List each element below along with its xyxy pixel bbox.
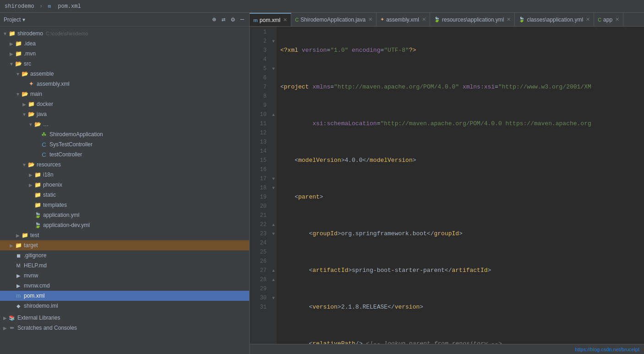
- fold-23[interactable]: ▼: [270, 229, 277, 238]
- tree-item-src[interactable]: ▼ 📂 src: [0, 59, 249, 69]
- tree-item-iml[interactable]: ◆ shirodemo.iml: [0, 301, 249, 311]
- tree-item-static[interactable]: 📁 static: [0, 190, 249, 200]
- line-num-19: 19: [251, 193, 267, 202]
- label-templates: templates: [43, 202, 67, 208]
- tree-item-help-md[interactable]: M HELP.md: [0, 260, 249, 271]
- line-numbers: 1 2 3 4 5 6 7 8 9 10 11 12 13 14 15 16 1…: [250, 27, 270, 344]
- tree-item-main[interactable]: ▼ 📂 main: [0, 89, 249, 99]
- fold-5[interactable]: ▼: [270, 64, 277, 73]
- fold-18[interactable]: ▼: [270, 183, 277, 193]
- arrow-main: ▼: [15, 92, 21, 97]
- fold-30[interactable]: ▼: [270, 293, 277, 303]
- fold-10[interactable]: ▲: [270, 110, 277, 119]
- fold-27[interactable]: ▲: [270, 266, 277, 275]
- fold-22[interactable]: ▲: [270, 220, 277, 229]
- path-shirodemo: C:\code\shirodemo: [46, 31, 88, 36]
- tree-item-docker[interactable]: ▶ 📁 docker: [0, 99, 249, 109]
- fold-28[interactable]: ▲: [270, 275, 277, 284]
- code-area[interactable]: <?xml version="1.0" encoding="UTF-8"?> <…: [277, 27, 644, 344]
- locate-file-btn[interactable]: ⊕: [211, 15, 217, 24]
- tree-item-ext-libs[interactable]: ▶ 📚 External Libraries: [0, 313, 249, 323]
- tab-close-pom[interactable]: ✕: [283, 17, 287, 23]
- line-num-22: 22: [251, 220, 267, 229]
- tree-item-scratches[interactable]: ▶ ✏ Scratches and Consoles: [0, 323, 249, 333]
- fold-11: [270, 119, 277, 128]
- icon-src: 📂: [15, 61, 22, 67]
- fold-19: [270, 193, 277, 202]
- fold-3: [270, 46, 277, 55]
- tree-item-com-pkg[interactable]: ▼ 📂 …: [0, 119, 249, 129]
- tree-item-idea[interactable]: ▶ 📁 .idea: [0, 39, 249, 49]
- tree-item-app-yml[interactable]: 🍃 application.yml: [0, 210, 249, 220]
- fold-8: [270, 92, 277, 101]
- line-num-26: 26: [251, 257, 267, 266]
- line-num-5: 5: [251, 64, 267, 73]
- icon-idea: 📁: [15, 40, 22, 47]
- tab-shiro-app[interactable]: C ShirodemoApplication.java ✕: [291, 13, 377, 27]
- tree-item-shirodemo[interactable]: ▼ 📁 shirodemo C:\code\shirodemo: [0, 28, 249, 39]
- tree-item-mvnw[interactable]: ▶ mvnw: [0, 271, 249, 281]
- tab-icon-pom: m: [253, 17, 258, 23]
- tab-label-shiro-app: ShirodemoApplication.java: [300, 17, 366, 23]
- tree-item-i18n[interactable]: ▶ 📁 i18n: [0, 170, 249, 180]
- label-java: java: [37, 111, 47, 117]
- tree-item-sys-ctrl[interactable]: C SysTestController: [0, 139, 249, 149]
- tab-assembly[interactable]: ✦ assembly.xml ✕: [377, 13, 430, 27]
- tab-icon-shiro-app: C: [295, 17, 299, 22]
- line-num-10: 10: [251, 110, 267, 119]
- tab-close-assembly[interactable]: ✕: [422, 17, 426, 22]
- tab-pom-xml[interactable]: m pom.xml ✕: [250, 13, 291, 27]
- label-test-ctrl: testController: [49, 151, 82, 158]
- fold-17[interactable]: ▼: [270, 174, 277, 183]
- arrow-com-pkg: ▼: [27, 122, 34, 127]
- tree-item-assembly-xml[interactable]: ✦ assembly.xml: [0, 79, 249, 89]
- tree-item-java[interactable]: ▼ 📂 java: [0, 109, 249, 119]
- settings-btn[interactable]: ⚙: [229, 15, 236, 24]
- tree-item-pom-xml[interactable]: m pom.xml: [0, 291, 249, 301]
- tab-close-res-yml[interactable]: ✕: [507, 17, 511, 22]
- line-num-14: 14: [251, 147, 267, 156]
- tree-item-resources[interactable]: ▼ 📂 resources: [0, 160, 249, 170]
- collapse-all-btn[interactable]: ⇄: [220, 15, 227, 24]
- sidebar-actions: ⊕ ⇄ ⚙ —: [211, 15, 246, 24]
- code-line-5: <parent>: [280, 193, 644, 202]
- tab-close-shiro-app[interactable]: ✕: [368, 17, 372, 22]
- tab-close-cls-yml[interactable]: ✕: [586, 17, 590, 22]
- tab-res-yml[interactable]: 🍃 resources\application.yml ✕: [430, 13, 515, 27]
- tree-item-shiro-app[interactable]: ☘ ShirodemoApplication: [0, 129, 249, 139]
- editor-area: m pom.xml ✕ C ShirodemoApplication.java …: [250, 13, 644, 354]
- tree-item-test-ctrl[interactable]: C testController: [0, 149, 249, 160]
- sidebar-title: Project ▾: [4, 17, 25, 23]
- tree-item-phoenix[interactable]: ▶ 📁 phoenix: [0, 180, 249, 190]
- tab-app[interactable]: C app ✕: [594, 13, 623, 27]
- tree-item-mvn[interactable]: ▶ 📁 .mvn: [0, 49, 249, 59]
- tree-item-mvnw-cmd[interactable]: ▶ mvnw.cmd: [0, 281, 249, 291]
- line-num-21: 21: [251, 211, 267, 220]
- fold-2[interactable]: ▼: [270, 37, 277, 46]
- tree-item-assemble[interactable]: ▼ 📂 assemble: [0, 69, 249, 79]
- status-bar: https://blog.csdn.net/brucelpt: [250, 344, 644, 354]
- icon-test-ctrl: C: [40, 151, 48, 158]
- icon-target: 📁: [15, 242, 22, 249]
- code-line-4: <modelVersion>4.0.0</modelVersion>: [280, 156, 644, 165]
- label-app-dev-yml: application-dev.yml: [43, 222, 90, 228]
- tree-item-app-dev-yml[interactable]: 🍃 application-dev.yml: [0, 220, 249, 230]
- icon-docker: 📁: [27, 101, 35, 107]
- arrow-i18n: ▶: [27, 172, 34, 177]
- icon-templates: 📁: [34, 202, 41, 208]
- tree-item-target[interactable]: ▶ 📁 target: [0, 240, 249, 250]
- code-line-8: <version>2.1.8.RELEASE</version>: [280, 303, 644, 312]
- sidebar-tree: ▼ 📁 shirodemo C:\code\shirodemo ▶ 📁 .ide…: [0, 27, 249, 354]
- code-line-3: xsi:schemaLocation="http://maven.apache.…: [280, 119, 644, 128]
- tab-cls-yml[interactable]: 🍃 classes\application.yml ✕: [515, 13, 594, 27]
- status-url[interactable]: https://blog.csdn.net/brucelpt: [575, 347, 639, 352]
- sidebar-header: Project ▾ ⊕ ⇄ ⚙ —: [0, 13, 249, 27]
- tree-item-templates[interactable]: 📁 templates: [0, 200, 249, 210]
- tree-item-gitignore[interactable]: ◼ .gitignore: [0, 250, 249, 260]
- fold-column: ▼ ▼ ▲ ▼ ▼ ▲ ▼: [270, 27, 277, 344]
- arrow-mvn: ▶: [8, 51, 15, 56]
- tab-close-app[interactable]: ✕: [615, 17, 619, 22]
- tree-item-test[interactable]: ▶ 📁 test: [0, 230, 249, 240]
- minimize-btn[interactable]: —: [239, 15, 246, 24]
- line-num-18: 18: [251, 183, 267, 193]
